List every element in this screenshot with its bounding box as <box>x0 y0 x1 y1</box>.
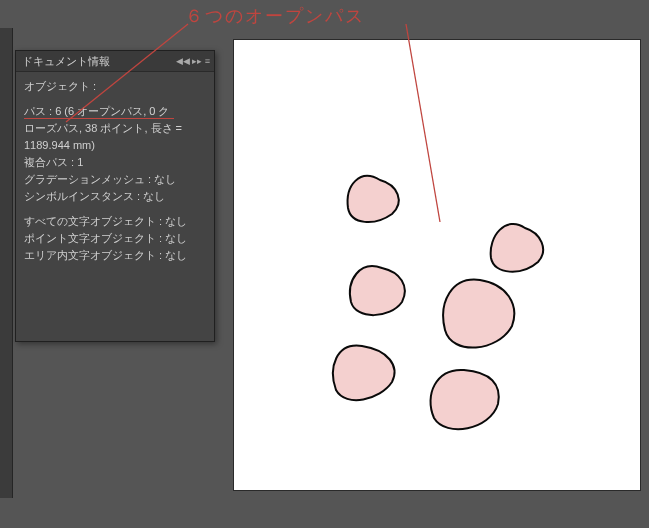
info-line-paths-3: 1189.944 mm) <box>24 137 208 154</box>
info-line-pointtext: ポイント文字オブジェクト : なし <box>24 230 208 247</box>
info-line-symbol: シンボルインスタンス : なし <box>24 188 208 205</box>
document-info-panel: ドキュメント情報 ◀◀ ▸▸ ≡ オブジェクト : パス : 6 (6 オープン… <box>15 50 215 342</box>
panel-header[interactable]: ドキュメント情報 ◀◀ ▸▸ ≡ <box>16 51 214 72</box>
highlight-underline <box>24 118 174 119</box>
info-line-object: オブジェクト : <box>24 78 208 95</box>
info-line-alltext: すべての文字オブジェクト : なし <box>24 213 208 230</box>
artboard[interactable] <box>234 40 640 490</box>
info-line-paths-2: ローズパス, 38 ポイント, 長さ = <box>24 120 208 137</box>
info-line-areatext: エリア内文字オブジェクト : なし <box>24 247 208 264</box>
app-stage: ６つのオープンパス ドキュメント情報 ◀◀ ▸▸ ≡ オブジェクト : パス :… <box>0 0 649 528</box>
annotation-label: ６つのオープンパス <box>185 4 365 28</box>
left-dock <box>0 28 13 498</box>
panel-controls[interactable]: ◀◀ ▸▸ ≡ <box>176 51 210 71</box>
panel-title: ドキュメント情報 <box>22 55 110 67</box>
panel-body: オブジェクト : パス : 6 (6 オープンパス, 0 ク ローズパス, 38… <box>16 72 214 270</box>
info-line-compound: 複合パス : 1 <box>24 154 208 171</box>
info-line-gradmesh: グラデーションメッシュ : なし <box>24 171 208 188</box>
